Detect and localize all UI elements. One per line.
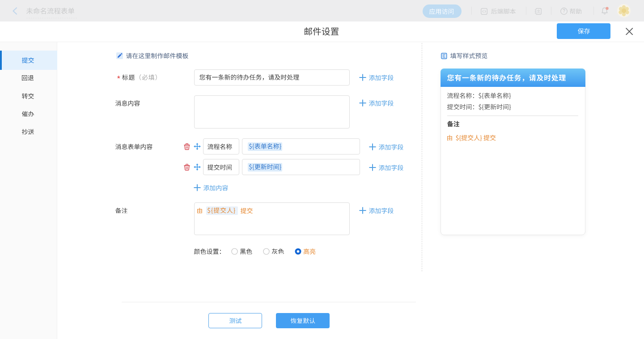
svg-text:?: ? [563, 9, 565, 13]
